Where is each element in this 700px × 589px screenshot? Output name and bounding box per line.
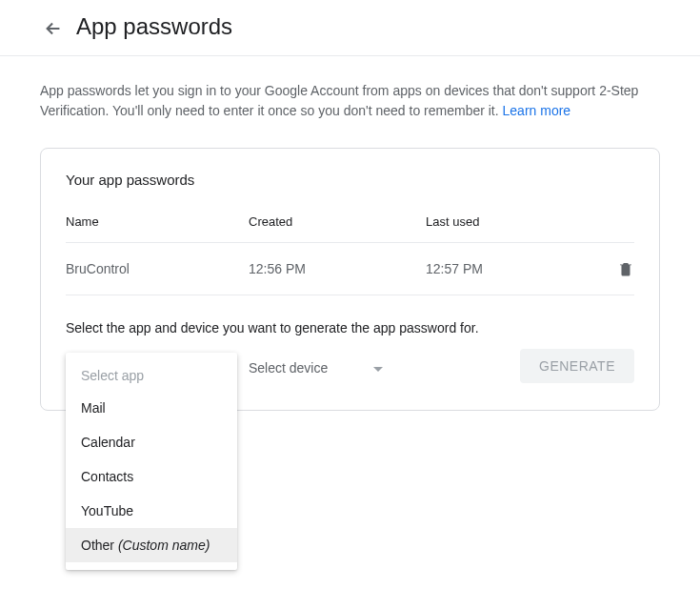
section-title: Your app passwords [66, 172, 634, 188]
content-area: App passwords let you sign in to your Go… [0, 56, 700, 436]
column-action-header [596, 214, 634, 229]
table-header: Name Created Last used [66, 214, 634, 243]
select-app-placeholder: Select app [66, 360, 237, 391]
dropdown-item-calendar[interactable]: Calendar [66, 425, 237, 459]
dropdown-item-contacts[interactable]: Contacts [66, 459, 237, 494]
generate-button[interactable]: GENERATE [520, 349, 634, 383]
column-created-header: Created [249, 214, 426, 229]
back-arrow-icon[interactable] [42, 17, 65, 40]
select-device-dropdown[interactable]: Select device [249, 353, 383, 383]
delete-icon[interactable] [596, 260, 634, 277]
dropdown-item-mail[interactable]: Mail [66, 391, 237, 425]
row-created: 12:56 PM [249, 261, 426, 276]
select-app-dropdown: Select app Mail Calendar Contacts YouTub… [66, 353, 237, 570]
other-label: Other [81, 538, 114, 553]
other-hint: (Custom name) [118, 538, 210, 553]
table-row: BruControl 12:56 PM 12:57 PM [66, 243, 634, 295]
row-name: BruControl [66, 261, 249, 276]
column-lastused-header: Last used [426, 214, 596, 229]
learn-more-link[interactable]: Learn more [503, 103, 571, 118]
column-name-header: Name [66, 214, 249, 229]
page-title: App passwords [76, 13, 232, 40]
select-device-label: Select device [249, 360, 328, 376]
select-instruction: Select the app and device you want to ge… [66, 320, 634, 335]
chevron-down-icon [373, 360, 383, 376]
dropdown-item-youtube[interactable]: YouTube [66, 494, 237, 528]
dropdown-item-other[interactable]: Other (Custom name) [66, 528, 237, 562]
row-lastused: 12:57 PM [426, 261, 596, 276]
page-header: App passwords [0, 0, 700, 56]
description-text: App passwords let you sign in to your Go… [40, 81, 660, 121]
app-passwords-card: Your app passwords Name Created Last use… [40, 148, 660, 411]
